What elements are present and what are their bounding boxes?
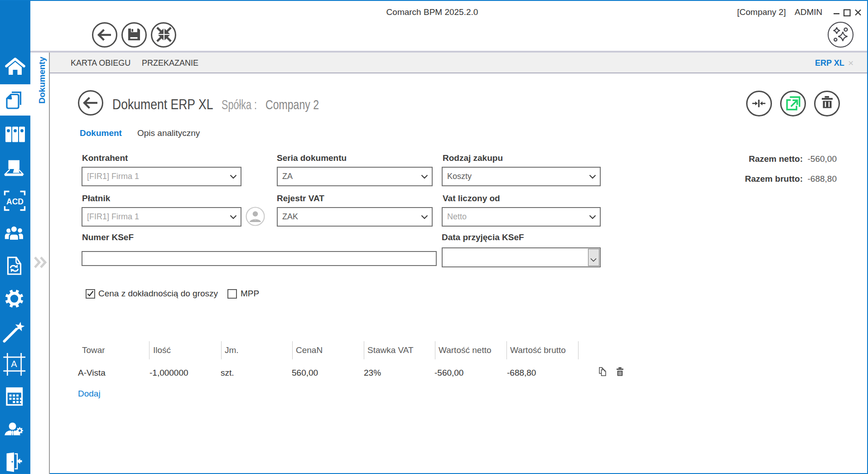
svg-text:ACD: ACD xyxy=(6,197,24,206)
svg-text:A: A xyxy=(11,359,17,369)
